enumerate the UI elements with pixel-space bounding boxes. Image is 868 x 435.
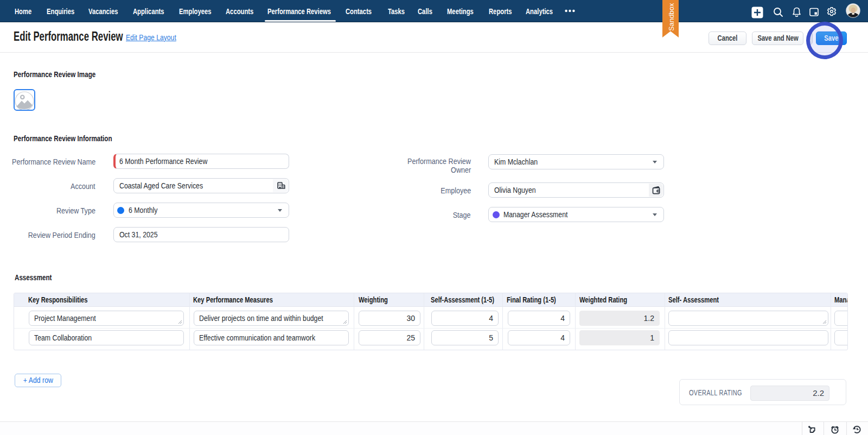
svg-text:Sandbox: Sandbox xyxy=(667,3,675,31)
